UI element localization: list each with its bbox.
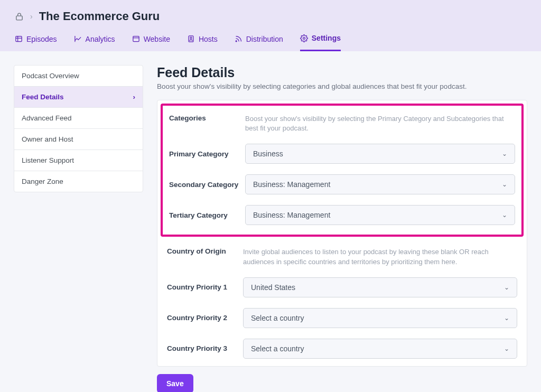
chevron-down-icon: ⌄ <box>502 211 507 219</box>
chevron-down-icon: ⌄ <box>504 314 509 322</box>
form-panel: Categories Boost your show's visibility … <box>157 100 527 367</box>
tab-episodes[interactable]: Episodes <box>15 34 57 51</box>
row-secondary-category: Secondary Category Business: Management … <box>169 174 515 194</box>
sidebar-item-label: Podcast Overview <box>22 72 79 80</box>
tab-label: Distribution <box>246 35 283 43</box>
country2-select[interactable]: Select a country ⌄ <box>243 308 517 328</box>
row-country-3: Country Priority 3 Select a country ⌄ <box>167 339 517 359</box>
row-country-1: Country Priority 1 United States ⌄ <box>167 277 517 297</box>
svg-point-8 <box>236 41 237 42</box>
tab-website[interactable]: Website <box>132 34 170 51</box>
tabs: Episodes Analytics Website Hosts Distrib… <box>15 34 526 51</box>
secondary-category-select[interactable]: Business: Management ⌄ <box>245 174 515 194</box>
tertiary-category-label: Tertiary Category <box>169 211 239 219</box>
svg-point-9 <box>303 37 305 39</box>
chart-icon <box>74 35 82 43</box>
primary-category-label: Primary Category <box>169 150 239 158</box>
sidebar-item-owner-host[interactable]: Owner and Host <box>14 129 143 150</box>
select-value: Business: Management <box>253 180 330 189</box>
country3-label: Country Priority 3 <box>167 344 237 352</box>
chevron-down-icon: ⌄ <box>502 150 507 157</box>
grid-icon <box>15 35 23 43</box>
row-tertiary-category: Tertiary Category Business: Management ⌄ <box>169 205 515 225</box>
sidebar-item-overview[interactable]: Podcast Overview <box>14 66 143 87</box>
tab-label: Website <box>144 35 170 43</box>
tab-label: Settings <box>312 34 341 42</box>
tab-distribution[interactable]: Distribution <box>235 34 283 51</box>
select-value: Select a country <box>251 344 304 353</box>
sidebar-item-label: Owner and Host <box>22 135 73 143</box>
sidebar-item-label: Feed Details <box>22 93 64 101</box>
settings-sidebar: Podcast Overview Feed Details › Advanced… <box>14 65 143 192</box>
sidebar-item-label: Listener Support <box>22 156 74 164</box>
country2-label: Country Priority 2 <box>167 314 237 322</box>
categories-label: Categories <box>169 114 239 122</box>
row-country-2: Country Priority 2 Select a country ⌄ <box>167 308 517 328</box>
breadcrumb: › The Ecommerce Guru <box>15 10 526 23</box>
categories-desc: Boost your show's visibility by selectin… <box>245 114 515 133</box>
select-value: Business: Management <box>253 211 330 219</box>
gear-icon <box>300 34 308 42</box>
chevron-down-icon: ⌄ <box>504 345 509 352</box>
tertiary-category-select[interactable]: Business: Management ⌄ <box>245 205 515 225</box>
country1-select[interactable]: United States ⌄ <box>243 277 517 297</box>
tab-hosts[interactable]: Hosts <box>187 34 218 51</box>
chevron-down-icon: ⌄ <box>504 284 509 291</box>
country3-select[interactable]: Select a country ⌄ <box>243 339 517 359</box>
sidebar-item-listener-support[interactable]: Listener Support <box>14 150 143 171</box>
breadcrumb-title: The Ecommerce Guru <box>39 10 160 23</box>
country1-label: Country Priority 1 <box>167 283 237 291</box>
svg-rect-0 <box>16 16 22 20</box>
sidebar-item-label: Danger Zone <box>22 178 63 185</box>
chevron-right-icon: › <box>133 93 136 101</box>
content: Feed Details Boost your show's visibilit… <box>157 65 527 392</box>
chevron-down-icon: ⌄ <box>502 181 507 188</box>
rss-icon <box>235 35 242 43</box>
primary-category-select[interactable]: Business ⌄ <box>245 144 515 164</box>
sidebar-item-danger-zone[interactable]: Danger Zone <box>14 171 143 192</box>
header-banner: › The Ecommerce Guru Episodes Analytics … <box>0 0 541 51</box>
tab-label: Analytics <box>86 35 115 43</box>
categories-highlight: Categories Boost your show's visibility … <box>161 104 524 237</box>
secondary-category-label: Secondary Category <box>169 181 239 189</box>
page-title: Feed Details <box>157 65 527 80</box>
page-subtitle: Boost your show's visibility by selectin… <box>157 82 527 90</box>
country-origin-desc: Invite global audiences to listen to you… <box>243 247 517 266</box>
tab-label: Hosts <box>199 35 218 43</box>
select-value: United States <box>251 283 295 292</box>
svg-point-7 <box>190 37 192 39</box>
row-primary-category: Primary Category Business ⌄ <box>169 144 515 164</box>
sidebar-item-label: Advanced Feed <box>22 114 72 122</box>
select-value: Business <box>253 150 283 158</box>
window-icon <box>132 35 140 43</box>
main: Podcast Overview Feed Details › Advanced… <box>0 51 541 392</box>
save-button[interactable]: Save <box>157 374 193 392</box>
country-origin-label: Country of Origin <box>167 247 237 255</box>
tab-settings[interactable]: Settings <box>300 34 341 51</box>
tab-label: Episodes <box>26 35 57 43</box>
svg-rect-1 <box>16 36 22 42</box>
sidebar-item-advanced-feed[interactable]: Advanced Feed <box>14 108 143 129</box>
user-icon <box>187 35 195 43</box>
chevron-right-icon: › <box>30 12 33 21</box>
svg-rect-4 <box>133 36 139 42</box>
row-categories: Categories Boost your show's visibility … <box>169 114 515 133</box>
lock-icon <box>15 12 24 21</box>
tab-analytics[interactable]: Analytics <box>74 34 115 51</box>
country-section: Country of Origin Invite global audience… <box>161 244 524 362</box>
row-country-origin: Country of Origin Invite global audience… <box>167 247 517 266</box>
select-value: Select a country <box>251 314 304 322</box>
sidebar-item-feed-details[interactable]: Feed Details › <box>14 87 143 108</box>
